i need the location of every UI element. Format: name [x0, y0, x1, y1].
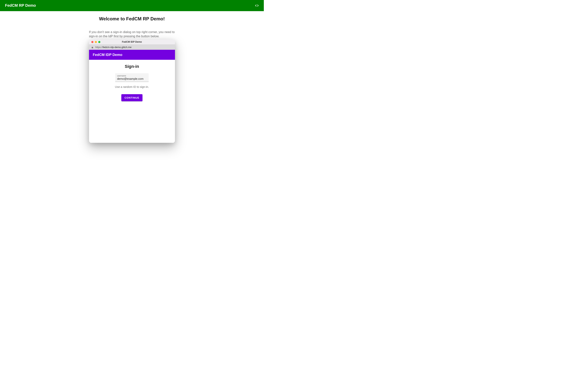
- idp-body: Sign-in username Use a random ID to sign…: [89, 60, 175, 143]
- instruction-text: If you don't see a sign-in dialog on top…: [89, 30, 175, 38]
- signin-heading: Sign-in: [125, 64, 139, 69]
- welcome-heading: Welcome to FedCM RP Demo!: [99, 16, 165, 21]
- signin-help-text: Use a random ID to sign-in.: [115, 85, 149, 88]
- username-field-wrap[interactable]: username: [115, 73, 149, 82]
- address-bar: https://fedcm-idp-demo.glitch.me: [89, 45, 175, 50]
- idp-header-title: FedCM IDP Demo: [93, 53, 122, 57]
- app-header: FedCM RP Demo: [0, 0, 264, 11]
- traffic-lights: [89, 41, 100, 43]
- close-window-icon[interactable]: [91, 41, 94, 43]
- window-titlebar: FedCM IDP Demo: [89, 39, 175, 45]
- url-text: https://fedcm-idp-demo.glitch.me: [95, 46, 132, 49]
- username-input[interactable]: [117, 77, 147, 80]
- username-label: username: [117, 75, 147, 77]
- continue-button[interactable]: CONTINUE: [121, 94, 143, 101]
- code-icon[interactable]: [255, 4, 259, 7]
- idp-popup-window: FedCM IDP Demo https://fedcm-idp-demo.gl…: [89, 39, 175, 143]
- app-title: FedCM RP Demo: [5, 3, 36, 8]
- url-protocol: https://: [95, 46, 103, 49]
- idp-header: FedCM IDP Demo: [89, 50, 175, 60]
- minimize-window-icon[interactable]: [95, 41, 97, 43]
- url-host: fedcm-idp-demo.glitch.me: [103, 46, 132, 49]
- popup-window-title: FedCM IDP Demo: [89, 41, 175, 43]
- main-content: Welcome to FedCM RP Demo! If you don't s…: [0, 11, 264, 143]
- lock-icon: [91, 46, 94, 48]
- maximize-window-icon[interactable]: [98, 41, 100, 43]
